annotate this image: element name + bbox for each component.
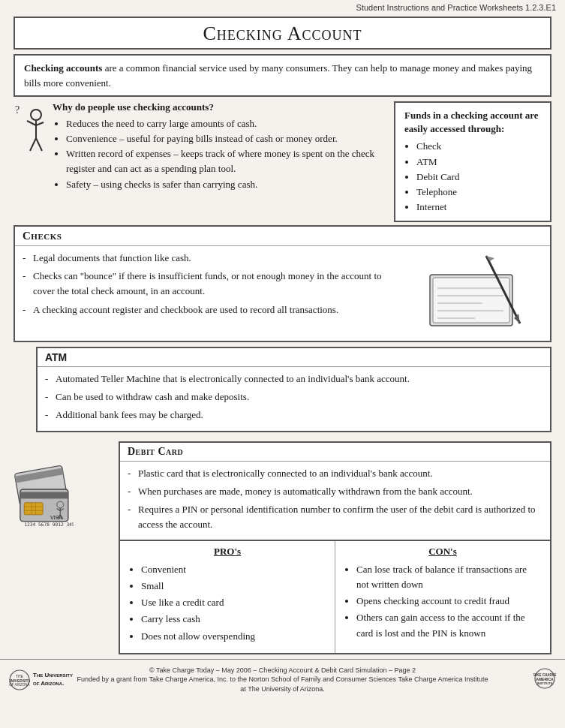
main-content: ? Why do people use checking ac [14, 101, 551, 654]
tca-logo-text: TAKE CHARGE AMERICA INSTITUTE [488, 668, 556, 691]
intro-box: Checking accounts are a common financial… [14, 54, 551, 97]
cons-heading: CON's [344, 546, 541, 558]
list-item: Safety – using checks is safer than carr… [66, 177, 388, 192]
atm-section: ATM Automated Teller Machine that is ele… [36, 347, 551, 432]
page-title: Checking Account [23, 23, 542, 45]
person-figure: ? [14, 101, 53, 222]
list-item: Plastic card that is electronically conn… [128, 466, 542, 481]
pros-list: Convenient Small Use like a credit card … [129, 562, 326, 644]
svg-rect-20 [20, 492, 68, 498]
debit-row: 1234 5678 9012 3456 VISA Debit Card [14, 437, 551, 654]
copyright-text: © Take Charge Today – May 2006 – Checkin… [77, 666, 488, 675]
list-item: A checking account register and checkboo… [23, 302, 392, 317]
why-left: ? Why do people use checking ac [14, 101, 388, 222]
person-icon: ? [14, 104, 48, 157]
svg-text:1234 5678 9012 3456: 1234 5678 9012 3456 [24, 521, 74, 526]
why-row: ? Why do people use checking ac [14, 101, 551, 222]
why-list: Reduces the need to carry large amounts … [53, 116, 388, 192]
funds-heading: Funds in a checking account are easily a… [404, 109, 541, 136]
checks-section: Checks Legal documents that function lik… [14, 225, 551, 342]
list-item: Internet [416, 200, 541, 215]
cons-list: Can lose track of balance if transaction… [344, 562, 541, 641]
list-item: Carry less cash [141, 612, 326, 627]
debit-card-icon: 1234 5678 9012 3456 VISA [14, 437, 74, 542]
svg-text:OF ARIZONA: OF ARIZONA [9, 683, 29, 687]
svg-line-4 [36, 122, 44, 125]
cons-column: CON's Can lose track of balance if trans… [335, 541, 550, 653]
list-item: Requires a PIN or personal identificatio… [128, 502, 542, 532]
list-item: Telephone [416, 185, 541, 200]
svg-line-6 [36, 138, 42, 151]
worksheet-label: Student Instructions and Practice Worksh… [356, 3, 556, 12]
checks-heading: Checks [15, 227, 550, 246]
funds-box: Funds in a checking account are easily a… [394, 101, 551, 222]
why-heading: Why do people use checking accounts? [53, 101, 388, 113]
atm-list: Automated Teller Machine that is electro… [45, 372, 542, 423]
atm-body: Automated Teller Machine that is electro… [38, 367, 550, 430]
svg-line-3 [27, 121, 36, 125]
card-image-area: 1234 5678 9012 3456 VISA [14, 437, 74, 542]
debit-content: Debit Card Plastic card that is electron… [74, 437, 551, 654]
list-item: Reduces the need to carry large amounts … [66, 116, 388, 131]
list-item: Additional bank fees may be charged. [45, 408, 542, 423]
svg-text:INSTITUTE: INSTITUTE [537, 681, 553, 685]
footer: THE UNIVERSITY OF ARIZONA The University… [0, 659, 565, 697]
page: Student Instructions and Practice Worksh… [0, 0, 565, 728]
checks-list: Legal documents that function like cash.… [23, 251, 392, 317]
list-item: Convenience – useful for paying bills in… [66, 131, 388, 146]
list-item: Written record of expenses – keeps track… [66, 146, 388, 176]
tca-seal-icon: TAKE CHARGE AMERICA INSTITUTE [533, 668, 556, 689]
list-item: Can lose track of balance if transaction… [356, 562, 541, 592]
debit-list: Plastic card that is electronically conn… [128, 466, 542, 533]
list-item: Convenient [141, 562, 326, 577]
footer-logo-right: TAKE CHARGE AMERICA INSTITUTE [488, 668, 556, 691]
funded-text: Funded by a grant from Take Charge Ameri… [77, 675, 488, 693]
list-item: Does not allow overspending [141, 629, 326, 644]
checks-body: Legal documents that function like cash.… [15, 246, 550, 341]
intro-bold: Checking accounts [24, 62, 102, 74]
univ-name: The University of Arizona. [33, 672, 73, 687]
debit-body: Plastic card that is electronically conn… [120, 462, 550, 540]
svg-rect-8 [433, 278, 509, 323]
title-box: Checking Account [14, 17, 551, 50]
university-logo: THE UNIVERSITY OF ARIZONA The University… [9, 669, 77, 690]
atm-heading: ATM [38, 348, 550, 367]
list-item: Can be used to withdraw cash and make de… [45, 390, 542, 405]
footer-logo-left: THE UNIVERSITY OF ARIZONA The University… [9, 669, 77, 690]
univ-name-text: The University of Arizona. [33, 672, 73, 687]
checkbook-image [400, 246, 550, 341]
list-item: Check [416, 139, 541, 154]
top-label: Student Instructions and Practice Worksh… [0, 0, 565, 14]
list-item: Automated Teller Machine that is electro… [45, 372, 542, 387]
checks-text: Legal documents that function like cash.… [15, 246, 400, 341]
pros-column: PRO's Convenient Small Use like a credit… [120, 541, 335, 653]
debit-heading: Debit Card [120, 443, 550, 462]
pros-heading: PRO's [129, 546, 326, 558]
why-text: Why do people use checking accounts? Red… [53, 101, 388, 222]
list-item: Others can gain access to the account if… [356, 610, 541, 640]
list-item: ATM [416, 155, 541, 170]
list-item: Legal documents that function like cash. [23, 251, 392, 266]
svg-line-5 [30, 138, 36, 151]
list-item: Debit Card [416, 170, 541, 185]
svg-text:?: ? [15, 104, 20, 116]
list-item: When purchases are made, money is automa… [128, 484, 542, 499]
svg-point-1 [31, 110, 41, 120]
list-item: Opens checking account to credit fraud [356, 594, 541, 609]
footer-center-text: © Take Charge Today – May 2006 – Checkin… [77, 666, 488, 694]
list-item: Small [141, 579, 326, 594]
debit-section: Debit Card Plastic card that is electron… [119, 441, 551, 542]
list-item: Use like a credit card [141, 595, 326, 610]
checkbook-icon [415, 252, 535, 335]
ua-seal-icon: THE UNIVERSITY OF ARIZONA [9, 669, 30, 690]
svg-rect-21 [24, 502, 43, 514]
procon-body: PRO's Convenient Small Use like a credit… [120, 541, 550, 653]
procon-section: PRO's Convenient Small Use like a credit… [119, 541, 551, 654]
list-item: Checks can "bounce" if there is insuffic… [23, 269, 392, 299]
funds-list: Check ATM Debit Card Telephone Internet [404, 139, 541, 215]
